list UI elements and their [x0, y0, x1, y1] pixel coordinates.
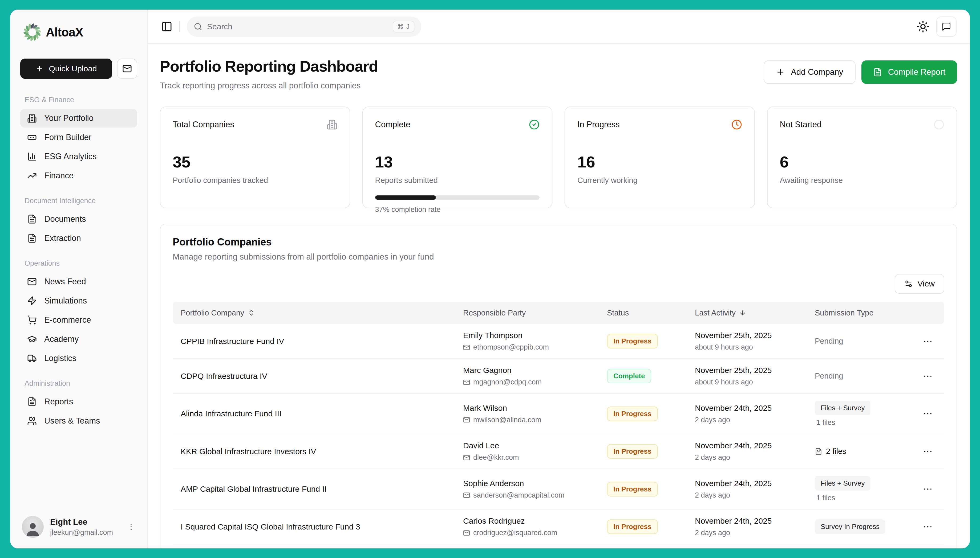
table-row[interactable]: Quinbrook Infrastructure Partners Climat…: [173, 545, 944, 548]
row-menu-button[interactable]: [922, 522, 933, 532]
app-window: AltoaX Quick Upload ESG & FinanceYour Po…: [10, 10, 970, 548]
portfolio-companies-panel: Portfolio Companies Manage reporting sub…: [160, 224, 957, 548]
stat-title: Complete: [375, 120, 410, 130]
submission-type-cell: 2 files: [815, 447, 905, 456]
column-header-portfolio-company[interactable]: Portfolio Company: [181, 309, 463, 317]
table-body: CPPIB Infrastructure Fund IVEmily Thomps…: [173, 324, 944, 548]
status-cell: In Progress: [607, 407, 695, 421]
sidebar-item-form-builder[interactable]: Form Builder: [20, 128, 137, 147]
last-activity-date: November 25th, 2025: [695, 331, 815, 340]
user-account[interactable]: Eight Lee jleekun@gmail.com: [20, 513, 137, 538]
mail-icon: [463, 416, 470, 423]
row-menu-button[interactable]: [922, 371, 933, 381]
file-icon: [27, 397, 37, 407]
sidebar-item-logistics[interactable]: Logistics: [20, 349, 137, 368]
table-row[interactable]: I Squared Capital ISQ Global Infrastruct…: [173, 510, 944, 545]
nav-section-label: Operations: [20, 259, 137, 268]
contact-email-text: mgagnon@cdpq.com: [473, 378, 542, 386]
sidebar-item-academy[interactable]: Academy: [20, 330, 137, 348]
sidebar-item-news-feed[interactable]: News Feed: [20, 272, 137, 291]
quick-upload-button[interactable]: Quick Upload: [20, 59, 112, 79]
submission-badge: Files + Survey: [815, 476, 870, 491]
completion-progress-bar: [375, 195, 540, 200]
submission-text: Pending: [815, 372, 905, 381]
sidebar-item-e-commerce[interactable]: E-commerce: [20, 311, 137, 329]
column-header-status[interactable]: Status: [607, 309, 695, 317]
row-actions: [905, 409, 936, 419]
topbar: Search ⌘ J: [148, 10, 970, 44]
row-menu-button[interactable]: [922, 446, 933, 457]
column-header-last-activity[interactable]: Last Activity: [695, 309, 815, 317]
last-activity-cell: November 24th, 20252 days ago: [695, 441, 815, 462]
truck-icon: [27, 354, 37, 363]
sidebar-item-your-portfolio[interactable]: Your Portfolio: [20, 109, 137, 128]
view-button-label: View: [917, 279, 935, 288]
last-activity-cell: November 25th, 2025about 9 hours ago: [695, 366, 815, 386]
column-header-submission-type[interactable]: Submission Type: [815, 309, 905, 317]
submission-files-note: 1 files: [815, 419, 905, 427]
nav-section-label: Document Intelligence: [20, 197, 137, 205]
sidebar-item-simulations[interactable]: Simulations: [20, 292, 137, 310]
zap-icon: [27, 296, 37, 305]
inbox-button[interactable]: [117, 59, 137, 79]
sidebar-item-finance[interactable]: Finance: [20, 166, 137, 185]
theme-toggle-sun-icon[interactable]: [917, 20, 929, 33]
stat-caption: Currently working: [577, 176, 742, 185]
row-menu-button[interactable]: [922, 409, 933, 419]
stat-title: In Progress: [577, 120, 620, 130]
stat-card-total-companies: Total Companies35Portfolio companies tra…: [160, 107, 350, 208]
last-activity-cell: November 24th, 20252 days ago: [695, 517, 815, 537]
view-button[interactable]: View: [895, 274, 944, 294]
brand: AltoaX: [20, 23, 137, 41]
responsible-party-cell: Sophie Andersonsanderson@ampcapital.com: [463, 479, 607, 499]
page-subtitle: Track reporting progress across all port…: [160, 81, 378, 90]
sidebar-item-documents[interactable]: Documents: [20, 210, 137, 228]
stat-value: 16: [577, 153, 742, 171]
building-icon: [327, 119, 337, 130]
table-row[interactable]: Alinda Infrastructure Fund IIIMark Wilso…: [173, 394, 944, 434]
mail-icon: [463, 344, 470, 351]
plus-icon: [35, 65, 43, 73]
submission-files-label: 2 files: [826, 447, 846, 456]
sidebar-item-esg-analytics[interactable]: ESG Analytics: [20, 147, 137, 166]
contact-email: mgagnon@cdpq.com: [463, 378, 607, 386]
row-actions: [905, 484, 936, 494]
sidebar-item-label: News Feed: [44, 277, 86, 286]
table-row[interactable]: CPPIB Infrastructure Fund IVEmily Thomps…: [173, 324, 944, 359]
sidebar-item-users-teams[interactable]: Users & Teams: [20, 412, 137, 430]
column-header-responsible-party[interactable]: Responsible Party: [463, 309, 607, 317]
contact-email: mwilson@alinda.com: [463, 416, 607, 424]
search-input[interactable]: Search ⌘ J: [187, 16, 421, 37]
sidebar-item-extraction[interactable]: Extraction: [20, 229, 137, 248]
cap-icon: [27, 334, 37, 344]
compile-report-button[interactable]: Compile Report: [861, 61, 957, 84]
topbar-divider: [180, 21, 180, 32]
add-company-button[interactable]: Add Company: [764, 61, 855, 84]
brand-name: AltoaX: [46, 25, 83, 39]
stat-card-header: Not Started: [780, 119, 945, 130]
sidebar-item-reports[interactable]: Reports: [20, 392, 137, 411]
table-row[interactable]: AMP Capital Global Infrastructure Fund I…: [173, 469, 944, 510]
more-vertical-icon[interactable]: [127, 522, 136, 532]
stat-value: 35: [173, 153, 337, 171]
row-menu-button[interactable]: [922, 336, 933, 346]
sidebar-item-label: Users & Teams: [44, 416, 100, 426]
sidebar-toggle-icon[interactable]: [161, 21, 172, 32]
company-name: I Squared Capital ISQ Global Infrastruct…: [181, 522, 463, 532]
form-icon: [27, 133, 37, 142]
arrow-down-icon: [739, 309, 746, 317]
nav-section: OperationsNews FeedSimulationsE-commerce…: [20, 259, 137, 368]
table-row[interactable]: KKR Global Infrastructure Investors IVDa…: [173, 434, 944, 469]
table-row[interactable]: CDPQ Infraestructura IVMarc Gagnonmgagno…: [173, 359, 944, 394]
stat-card-complete: Complete13Reports submitted37% completio…: [362, 107, 553, 208]
chat-button[interactable]: [936, 16, 957, 37]
table-header: Portfolio Company Responsible Party Stat…: [173, 302, 944, 324]
stat-caption: Awaiting response: [780, 176, 945, 185]
row-menu-button[interactable]: [922, 484, 933, 494]
completion-progress-fill: [375, 195, 436, 200]
stats-row: Total Companies35Portfolio companies tra…: [160, 107, 957, 208]
status-badge: In Progress: [607, 334, 658, 348]
last-activity-relative: 2 days ago: [695, 416, 815, 424]
nav-section-label: Administration: [20, 379, 137, 387]
sidebar-item-label: Logistics: [44, 354, 76, 363]
